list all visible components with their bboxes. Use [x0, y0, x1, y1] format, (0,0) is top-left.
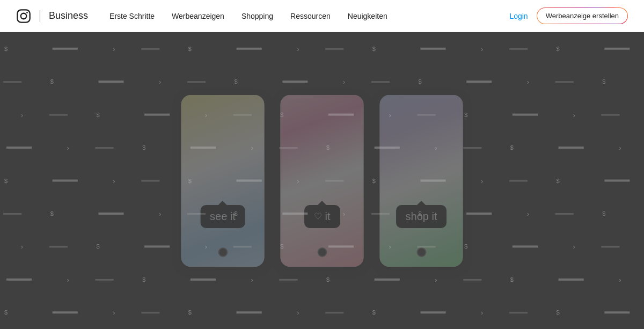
nav-link-shopping[interactable]: Shopping — [241, 12, 273, 20]
create-ad-button[interactable]: Werbeanzeige erstellen — [537, 8, 628, 24]
nav-link-neuigkeiten[interactable]: Neuigkeiten — [348, 12, 387, 20]
cards-container: see it ♡ it shop it — [181, 95, 463, 267]
nav-links: Erste Schritte Werbeanzeigen Shopping Re… — [109, 12, 509, 20]
logo: Business — [16, 9, 88, 24]
love-it-label: it — [325, 210, 331, 223]
login-link[interactable]: Login — [509, 12, 528, 20]
card-gradient-3 — [380, 95, 463, 267]
card-dot-2 — [317, 247, 327, 257]
hero-section: // We'll create this dynamically see it … — [0, 32, 644, 329]
phone-card-see-it: see it — [181, 95, 265, 267]
phone-card-love-it: ♡ it — [281, 95, 364, 267]
heart-icon: ♡ — [314, 211, 322, 222]
svg-point-2 — [26, 12, 28, 13]
card-dot-1 — [218, 247, 228, 257]
card-gradient-1 — [181, 95, 265, 267]
svg-rect-0 — [17, 10, 30, 22]
phone-card-shop-it: shop it — [380, 95, 463, 267]
card-gradient-2 — [281, 95, 364, 267]
see-it-tooltip: see it — [200, 205, 245, 228]
logo-text: Business — [49, 10, 88, 21]
nav-link-werbeanzeigen[interactable]: Werbeanzeigen — [172, 12, 224, 20]
navbar: Business Erste Schritte Werbeanzeigen Sh… — [0, 0, 644, 32]
love-it-tooltip: ♡ it — [304, 205, 340, 228]
instagram-icon — [16, 9, 31, 24]
card-dot-3 — [416, 247, 426, 257]
see-it-label: see it — [210, 210, 236, 223]
nav-actions: Login Werbeanzeige erstellen — [509, 8, 628, 24]
shop-it-label: shop it — [406, 210, 437, 223]
logo-divider — [40, 10, 40, 22]
shop-it-tooltip: shop it — [396, 205, 447, 228]
nav-link-erste-schritte[interactable]: Erste Schritte — [109, 12, 155, 20]
svg-point-1 — [21, 13, 27, 19]
nav-link-ressourcen[interactable]: Ressourcen — [290, 12, 331, 20]
